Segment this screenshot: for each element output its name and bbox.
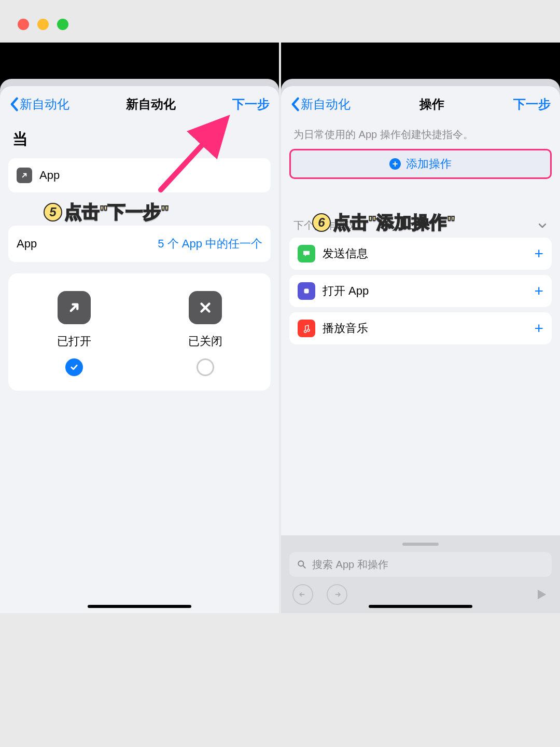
suggestion-label: 发送信息: [323, 246, 368, 261]
phone-screenshot-right: 新自动化 操作 下一步 为日常使用的 App 操作创建快捷指令。 + 添加操作 …: [281, 43, 560, 613]
tutorial-stage: 新自动化 新自动化 下一步 当 App App 5 个 App 中的任一个: [0, 43, 560, 717]
minimize-window-icon[interactable]: [37, 19, 49, 30]
grabber-icon[interactable]: [402, 543, 439, 546]
add-action-button[interactable]: + 添加操作: [289, 149, 552, 179]
app-field-label: App: [17, 237, 37, 251]
undo-button[interactable]: [292, 584, 313, 605]
modal-card: 新自动化 操作 下一步 为日常使用的 App 操作创建快捷指令。 + 添加操作 …: [281, 86, 560, 613]
arrow-out-icon: [58, 291, 91, 324]
annotation-arrow-icon: [150, 112, 239, 200]
app-row-label: App: [39, 169, 60, 182]
open-app-icon: [17, 168, 32, 183]
add-icon[interactable]: +: [534, 245, 543, 262]
annotation-step-6: 6 点击"添加操作": [312, 211, 455, 234]
close-window-icon[interactable]: [18, 19, 29, 30]
option-opened-label: 已打开: [57, 334, 91, 349]
option-closed[interactable]: 已关闭: [139, 291, 271, 376]
search-placeholder: 搜索 App 和操作: [312, 558, 388, 572]
editor-toolbar: [289, 577, 552, 606]
maximize-window-icon[interactable]: [57, 19, 68, 30]
messages-app-icon: [298, 245, 315, 262]
chevron-left-icon: [9, 97, 19, 112]
back-button[interactable]: 新自动化: [290, 96, 351, 113]
play-button[interactable]: [534, 587, 549, 602]
add-icon[interactable]: +: [534, 282, 543, 300]
step-number-badge: 5: [44, 203, 62, 222]
search-input[interactable]: 搜索 App 和操作: [289, 552, 552, 577]
app-selection-row[interactable]: App 5 个 App 中的任一个: [8, 226, 271, 262]
suggestion-label: 打开 App: [323, 283, 369, 299]
back-label: 新自动化: [20, 96, 69, 113]
chevron-left-icon: [290, 97, 300, 112]
next-button[interactable]: 下一步: [513, 96, 551, 113]
annotation-step-5: 5 点击"下一步": [44, 200, 169, 224]
option-opened[interactable]: 已打开: [8, 291, 139, 376]
nav-bar: 新自动化 操作 下一步: [289, 86, 552, 122]
subtitle-text: 为日常使用的 App 操作创建快捷指令。: [289, 122, 552, 149]
redo-button[interactable]: [327, 584, 347, 605]
search-panel: 搜索 App 和操作: [281, 535, 560, 613]
back-label: 新自动化: [301, 96, 351, 113]
nav-title: 操作: [419, 96, 444, 113]
step-number-badge: 6: [312, 213, 331, 232]
search-icon: [297, 559, 307, 570]
suggestion-label: 播放音乐: [323, 321, 368, 336]
svg-rect-0: [304, 289, 309, 294]
shortcuts-app-icon: [298, 282, 315, 300]
back-button[interactable]: 新自动化: [9, 96, 69, 113]
home-indicator: [369, 605, 472, 608]
home-indicator: [88, 605, 191, 608]
suggestion-send-message[interactable]: 发送信息 +: [289, 238, 552, 270]
annotation-text: 点击"下一步": [64, 200, 169, 224]
next-button[interactable]: 下一步: [232, 96, 270, 113]
add-icon[interactable]: +: [534, 320, 543, 337]
phone-screenshot-left: 新自动化 新自动化 下一步 当 App App 5 个 App 中的任一个: [0, 43, 279, 613]
radio-checked-icon[interactable]: [65, 358, 83, 376]
suggestions-list: 发送信息 + 打开 App + 播放音乐: [289, 238, 552, 344]
annotation-text: 点击"添加操作": [333, 211, 455, 234]
app-field-value: 5 个 App 中的任一个: [158, 236, 262, 252]
open-close-options: 已打开 已关闭: [8, 273, 271, 391]
x-icon: [189, 291, 222, 324]
radio-unchecked-icon[interactable]: [197, 358, 214, 376]
plus-circle-icon: +: [389, 158, 401, 170]
suggestion-play-music[interactable]: 播放音乐 +: [289, 312, 552, 344]
suggestion-open-app[interactable]: 打开 App +: [289, 275, 552, 307]
window-traffic-lights: [0, 0, 560, 43]
nav-title: 新自动化: [126, 96, 176, 113]
option-closed-label: 已关闭: [188, 334, 222, 349]
music-app-icon: [298, 320, 315, 337]
chevron-down-icon: [537, 220, 548, 231]
add-action-label: 添加操作: [406, 156, 452, 172]
